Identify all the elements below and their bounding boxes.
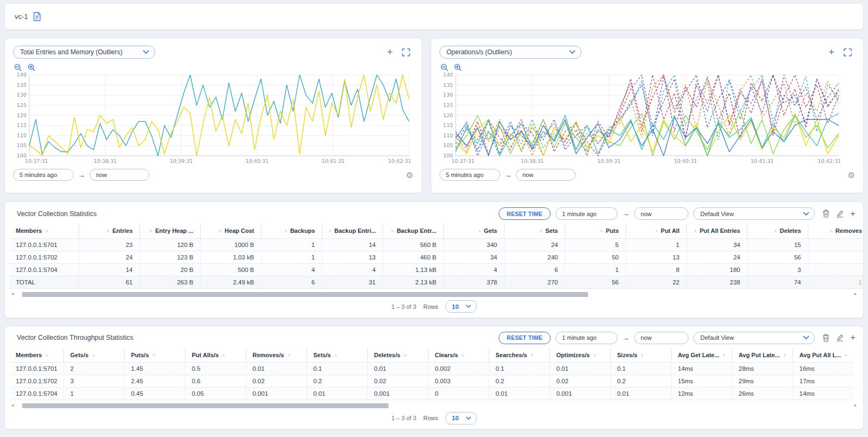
column-header-members[interactable]: Members∧ — [9, 224, 79, 238]
column-header-removes-s[interactable]: Removes/s∧ — [246, 348, 307, 363]
view-select[interactable]: Default View — [693, 207, 815, 220]
column-header-backup-entri[interactable]: ∧Backup Entri... — [322, 224, 382, 238]
value-cell: 0.001 — [367, 388, 428, 400]
view-select[interactable]: Default View — [693, 332, 815, 344]
scrollbar-thumb[interactable] — [22, 292, 588, 297]
scroll-right-icon[interactable]: ▸ — [854, 291, 857, 296]
edit-view-icon[interactable] — [836, 210, 844, 218]
column-header-searches-s[interactable]: Searches/s∧ — [489, 348, 550, 363]
chevron-down-icon — [143, 50, 149, 54]
add-view-icon[interactable]: + — [850, 334, 856, 341]
add-view-icon[interactable]: + — [850, 210, 856, 218]
scrollbar-thumb[interactable] — [22, 403, 388, 408]
zoom-in-icon[interactable] — [28, 64, 35, 71]
rows-per-page-select[interactable]: 10 — [445, 412, 477, 425]
time-to-input[interactable]: now — [516, 169, 576, 181]
column-header-avg-get-late[interactable]: Avg Get Late...∧ — [671, 348, 732, 363]
edit-view-icon[interactable] — [836, 334, 844, 341]
time-from-input[interactable]: 5 minutes ago — [439, 169, 500, 181]
column-header-heap-cost[interactable]: ∧Heap Cost — [200, 224, 261, 238]
value-cell: 1.13 kB — [382, 263, 443, 276]
column-header-deletes[interactable]: ∧Deletes — [747, 224, 808, 238]
chart-settings-gear-icon[interactable]: ⚙ — [406, 171, 413, 179]
column-header-sets[interactable]: ∧Sets — [504, 224, 565, 238]
total-row[interactable]: TOTAL61263 B2.49 kB6312.13 kB37827056222… — [9, 276, 863, 288]
table-row[interactable]: 127.0.0.1:570224123 B1.03 kB113460 B3424… — [9, 251, 863, 263]
member-cell: 127.0.0.1:5704 — [9, 263, 79, 276]
time-from-input[interactable]: 5 minutes ago — [13, 169, 74, 181]
chart-panel-operations: Operations/s (Outliers) + — [431, 38, 864, 193]
scroll-left-icon[interactable]: ◂ — [11, 402, 14, 408]
scroll-left-icon[interactable]: ◂ — [11, 291, 14, 296]
svg-text:10:41:31: 10:41:31 — [750, 158, 774, 164]
chart-settings-gear-icon[interactable]: ⚙ — [848, 171, 855, 179]
time-to-input[interactable]: now — [634, 207, 688, 220]
chart-metric-select[interactable]: Total Entries and Memory (Outliers) — [13, 46, 155, 59]
time-from-input[interactable]: 1 minute ago — [556, 332, 617, 344]
horizontal-scrollbar: ◂ ▸ — [18, 292, 850, 297]
value-cell: 0.01 — [610, 388, 671, 400]
column-header-put-all[interactable]: ∧Put All — [626, 224, 686, 238]
sort-caret-icon: ∧ — [329, 229, 332, 233]
svg-text:10:42:31: 10:42:31 — [818, 158, 841, 164]
svg-text:10:42:31: 10:42:31 — [388, 158, 411, 164]
scroll-right-icon[interactable]: ▸ — [854, 402, 857, 408]
table-row[interactable]: 127.0.0.1:570232.450.60.020.20.020.0030.… — [9, 375, 853, 388]
column-header-clears-s[interactable]: Clears/s∧ — [428, 348, 489, 363]
column-header-sizes-s[interactable]: Sizes/s∧ — [610, 348, 671, 363]
delete-view-icon[interactable] — [822, 334, 829, 342]
column-header-removes[interactable]: ∧Removes — [808, 224, 863, 238]
column-header-backup-entr[interactable]: ∧Backup Entr... — [382, 224, 443, 238]
zoom-out-icon[interactable] — [441, 64, 448, 71]
column-header-deletes-s[interactable]: Deletes/s∧ — [367, 348, 428, 363]
column-header-gets-s[interactable]: Gets/s∧ — [63, 348, 124, 363]
table-row[interactable]: 127.0.0.1:570121.450.50.010.10.010.0020.… — [9, 363, 853, 375]
svg-text:10:37:31: 10:37:31 — [25, 158, 48, 164]
time-to-input[interactable]: now — [634, 332, 688, 344]
rows-per-page-select[interactable]: 10 — [445, 300, 477, 313]
column-header-puts[interactable]: ∧Puts — [565, 224, 626, 238]
chart-svg: 10010511011512012513013514010:37:3110:38… — [13, 72, 413, 166]
add-chart-button[interactable]: + — [828, 48, 834, 56]
column-header-sets-s[interactable]: Sets/s∧ — [307, 348, 367, 363]
column-header-put-all-entries[interactable]: ∧Put All Entries — [686, 224, 747, 238]
value-cell: 0.5 — [185, 363, 246, 375]
chart-metric-select[interactable]: Operations/s (Outliers) — [439, 46, 582, 59]
sort-caret-icon: ∧ — [404, 353, 407, 358]
column-header-entries[interactable]: ∧Entries — [79, 224, 139, 238]
svg-text:110: 110 — [17, 132, 27, 138]
table-row[interactable]: 127.0.0.1:570123120 B1000 B114560 B34024… — [9, 238, 863, 251]
line-chart-operations: 10010511011512012513013514010:37:3110:38… — [439, 72, 855, 166]
reset-time-button[interactable]: RESET TIME — [499, 332, 551, 344]
fullscreen-button[interactable] — [844, 48, 852, 56]
delete-view-icon[interactable] — [822, 210, 829, 218]
reset-time-button[interactable]: RESET TIME — [499, 207, 551, 220]
value-cell: 50 — [565, 251, 626, 263]
column-header-backups[interactable]: ∧Backups — [261, 224, 322, 238]
value-cell: 15 — [747, 238, 808, 251]
zoom-out-icon[interactable] — [14, 64, 22, 71]
fullscreen-button[interactable] — [402, 48, 410, 56]
column-header-puts-s[interactable]: Puts/s∧ — [124, 348, 185, 363]
add-chart-button[interactable]: + — [387, 48, 393, 56]
column-header-avg-put-all-l[interactable]: Avg Put All L...∧ — [793, 348, 853, 363]
value-cell: 61 — [79, 276, 139, 288]
column-header-avg-put-late[interactable]: Avg Put Late...∧ — [732, 348, 793, 363]
table-row[interactable]: 127.0.0.1:57041420 B500 B441.13 kB461818… — [9, 263, 863, 276]
member-cell: 127.0.0.1:5702 — [9, 251, 79, 263]
data-table: Members∧∧Entries∧Entry Heap ...∧Heap Cos… — [9, 224, 863, 289]
document-icon[interactable] — [33, 12, 41, 21]
column-header-entry-heap[interactable]: ∧Entry Heap ... — [139, 224, 200, 238]
time-from-input[interactable]: 1 minute ago — [556, 207, 617, 220]
value-cell: 2 — [63, 363, 124, 375]
column-header-put-alls-s[interactable]: Put Alls/s∧ — [185, 348, 246, 363]
column-header-gets[interactable]: ∧Gets — [443, 224, 504, 238]
table-row[interactable]: 127.0.0.1:570410.450.050.0010.010.00100.… — [9, 388, 853, 400]
arrow-right-icon: → — [78, 171, 85, 179]
zoom-in-icon[interactable] — [454, 64, 462, 71]
svg-text:135: 135 — [443, 82, 453, 88]
time-to-input[interactable]: now — [90, 169, 149, 181]
column-header-members[interactable]: Members∧ — [9, 348, 63, 363]
column-header-optimizes-s[interactable]: Optimizes/s∧ — [550, 348, 610, 363]
sort-caret-icon: ∧ — [478, 229, 481, 233]
